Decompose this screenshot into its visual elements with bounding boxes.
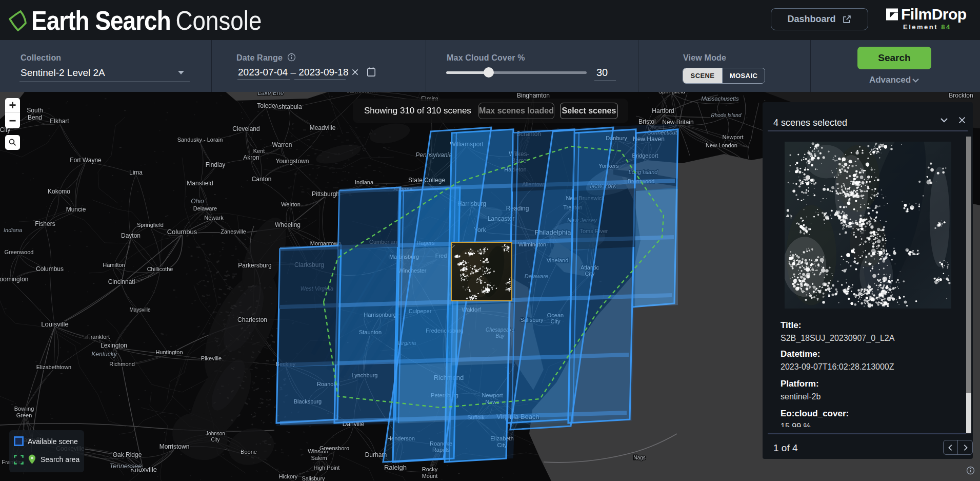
svg-text:Johnson: Johnson — [206, 431, 225, 436]
svg-text:Rhode Island: Rhode Island — [711, 112, 742, 118]
svg-text:Weirton: Weirton — [281, 201, 301, 207]
svg-text:Richmond: Richmond — [109, 361, 135, 367]
svg-text:Chillicothe: Chillicothe — [147, 266, 173, 272]
svg-text:Muncie: Muncie — [66, 206, 86, 213]
svg-text:Fort Wayne: Fort Wayne — [70, 157, 102, 164]
svg-text:Springfield: Springfield — [658, 92, 685, 94]
svg-text:Lake Erie: Lake Erie — [258, 92, 284, 97]
svg-text:Nags: Nags — [633, 455, 645, 460]
svg-text:City: City — [211, 437, 219, 442]
svg-text:Louisville: Louisville — [41, 320, 68, 328]
svg-text:Mansfield: Mansfield — [187, 180, 213, 187]
svg-text:Kokomo: Kokomo — [48, 188, 70, 195]
svg-text:Newark: Newark — [204, 215, 224, 221]
svg-text:Bowling: Bowling — [14, 406, 34, 412]
svg-text:Pittsburgh: Pittsburgh — [312, 190, 339, 198]
svg-text:Maysville: Maysville — [129, 307, 151, 313]
svg-text:Fishers: Fishers — [35, 220, 55, 227]
svg-text:Huntington: Huntington — [155, 349, 183, 355]
svg-text:Elkhart: Elkhart — [50, 118, 69, 125]
svg-text:Youngstown: Youngstown — [276, 158, 309, 165]
svg-text:Oak Ridge: Oak Ridge — [113, 451, 142, 458]
svg-text:Tennessee: Tennessee — [109, 462, 142, 470]
svg-text:Hartford: Hartford — [652, 107, 674, 114]
svg-text:Columbus: Columbus — [36, 265, 64, 273]
svg-text:Sandusky - Lorain: Sandusky - Lorain — [177, 137, 223, 143]
svg-text:Salem: Salem — [311, 455, 327, 461]
svg-text:Lima: Lima — [129, 169, 143, 176]
svg-text:Cleveland: Cleveland — [232, 125, 259, 132]
svg-text:Meadville: Meadville — [310, 124, 336, 131]
svg-text:Greenwood: Greenwood — [5, 249, 34, 255]
svg-text:Indiana: Indiana — [4, 227, 22, 233]
svg-text:Wheeling: Wheeling — [275, 221, 301, 228]
svg-text:Lexington: Lexington — [101, 342, 127, 349]
svg-text:Pikeville: Pikeville — [201, 355, 222, 361]
svg-text:Kent: Kent — [253, 148, 265, 154]
svg-text:Cincinnati: Cincinnati — [108, 278, 135, 285]
svg-text:Toledo: Toledo — [257, 102, 275, 109]
svg-text:Kentucky: Kentucky — [91, 351, 117, 358]
svg-text:Springfield: Springfield — [137, 222, 164, 228]
svg-text:Greensboro: Greensboro — [319, 445, 349, 451]
svg-text:Raleigh: Raleigh — [384, 464, 407, 471]
svg-text:Massachusetts: Massachusetts — [701, 95, 739, 102]
svg-text:Bristol: Bristol — [638, 118, 655, 125]
svg-text:Zanesville: Zanesville — [221, 228, 246, 235]
svg-text:Delaware: Delaware — [193, 205, 217, 211]
svg-text:Frankfort: Frankfort — [87, 334, 110, 340]
svg-text:Binghamton: Binghamton — [517, 92, 550, 99]
svg-text:Dayton: Dayton — [121, 232, 141, 239]
svg-text:Mount: Mount — [422, 473, 438, 479]
svg-text:High Point: High Point — [314, 465, 340, 471]
svg-text:New London: New London — [706, 142, 737, 148]
svg-text:Bloomington: Bloomington — [0, 276, 28, 283]
svg-text:Parkersburg: Parkersburg — [238, 262, 271, 269]
svg-text:Green: Green — [16, 412, 32, 418]
svg-text:Hickory: Hickory — [279, 473, 298, 479]
svg-text:Indiana: Indiana — [355, 179, 374, 185]
svg-text:Columbus: Columbus — [167, 228, 197, 236]
svg-text:Findlay: Findlay — [206, 161, 226, 168]
svg-text:Warren: Warren — [272, 141, 292, 148]
svg-text:Canton: Canton — [252, 176, 272, 183]
svg-text:Akron: Akron — [243, 154, 259, 161]
svg-text:Ohio: Ohio — [191, 198, 204, 205]
svg-text:Salisbury: Salisbury — [302, 475, 325, 481]
svg-text:Ashtabula: Ashtabula — [274, 103, 302, 110]
svg-text:Bend: Bend — [28, 114, 42, 121]
svg-text:Brockton: Brockton — [949, 92, 973, 99]
svg-text:Charleston: Charleston — [237, 316, 267, 323]
svg-text:Jamestown: Jamestown — [347, 92, 378, 94]
svg-text:South: South — [27, 107, 43, 114]
svg-text:Boone: Boone — [241, 449, 257, 455]
svg-text:Morristown: Morristown — [159, 443, 190, 450]
svg-text:Elizabethtown: Elizabethtown — [36, 364, 72, 370]
svg-text:Newport: Newport — [723, 134, 744, 140]
svg-text:Rocky: Rocky — [422, 466, 438, 472]
svg-text:Hamilton: Hamilton — [103, 262, 125, 268]
